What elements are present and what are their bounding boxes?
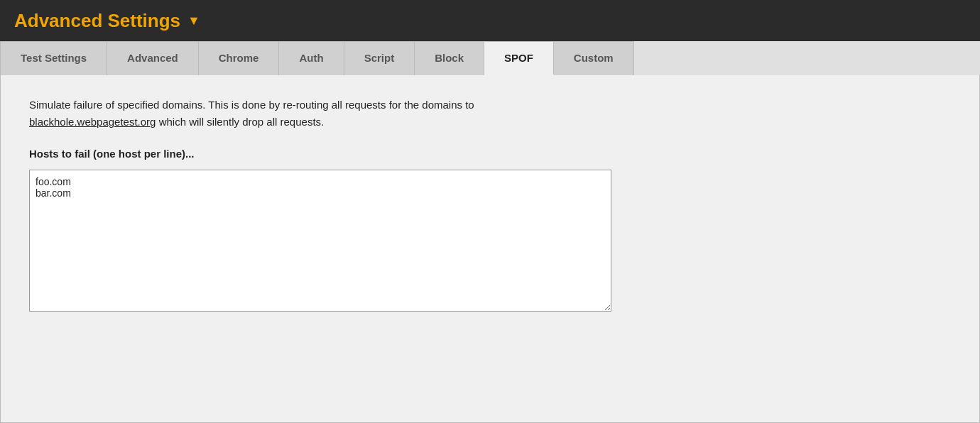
dropdown-arrow-icon[interactable]: ▼ [187, 13, 200, 28]
content-area: Simulate failure of specified domains. T… [0, 75, 980, 423]
hosts-label: Hosts to fail (one host per line)... [29, 148, 951, 160]
tab-advanced[interactable]: Advanced [107, 41, 199, 75]
description-text: Simulate failure of specified domains. T… [29, 97, 951, 131]
blackhole-link[interactable]: blackhole.webpagetest.org [29, 116, 156, 128]
header-bar: Advanced Settings ▼ [0, 0, 980, 41]
tab-custom[interactable]: Custom [554, 41, 634, 75]
description-part1: Simulate failure of specified domains. T… [29, 99, 474, 111]
tab-auth[interactable]: Auth [279, 41, 344, 75]
tab-script[interactable]: Script [344, 41, 415, 75]
page-title: Advanced Settings [14, 10, 180, 32]
description-part2: which will silently drop all requests. [159, 116, 325, 128]
tab-chrome[interactable]: Chrome [199, 41, 280, 75]
tab-spof[interactable]: SPOF [484, 41, 554, 75]
app-container: Advanced Settings ▼ Test Settings Advanc… [0, 0, 980, 423]
tab-test-settings[interactable]: Test Settings [0, 41, 107, 75]
hosts-textarea[interactable]: foo.com bar.com [29, 170, 611, 312]
tabs-bar: Test Settings Advanced Chrome Auth Scrip… [0, 41, 980, 75]
tab-block[interactable]: Block [415, 41, 484, 75]
